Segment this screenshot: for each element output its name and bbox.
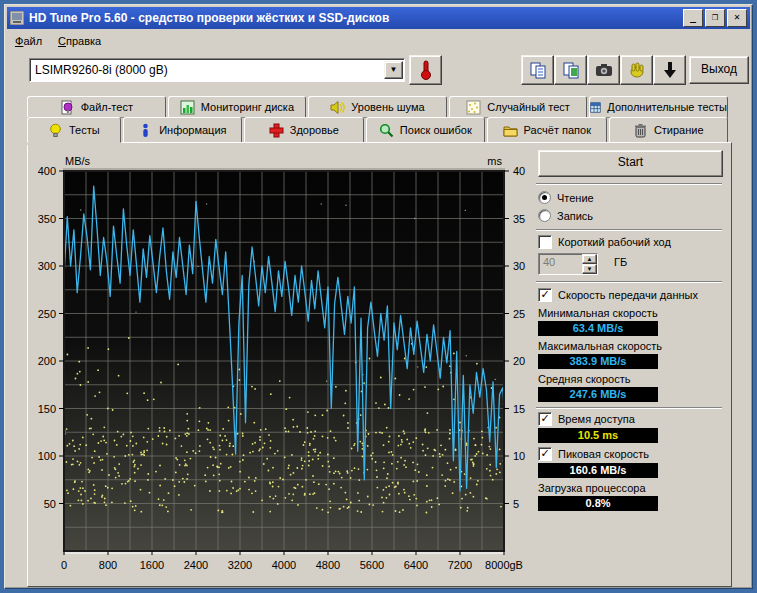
copy-image-button[interactable] [554, 55, 587, 85]
access-time-value: 10.5 ms [538, 428, 658, 443]
tab-random-test[interactable]: Случайный тест [449, 96, 588, 118]
tab-label: Уровень шума [351, 101, 424, 113]
tab-info[interactable]: Информация [123, 117, 242, 143]
controls-panel: Start Чтение Запись Короткий рабочий ход… [536, 143, 724, 586]
separator [536, 407, 722, 409]
svg-text:150: 150 [38, 403, 56, 415]
tab-label: Стирание [654, 124, 704, 136]
svg-text:5: 5 [513, 498, 519, 510]
burst-rate-checkbox[interactable]: ✓ Пиковая скорость [538, 447, 649, 461]
copy-results-button[interactable] [521, 55, 554, 85]
tab-file-test[interactable]: Файл-тест [27, 96, 166, 118]
spin-up-icon[interactable]: ▲ [582, 254, 597, 264]
svg-text:400: 400 [38, 165, 56, 177]
tab-label: Файл-тест [81, 101, 133, 113]
svg-text:40: 40 [513, 165, 525, 177]
svg-text:30: 30 [513, 260, 525, 272]
svg-text:100: 100 [38, 450, 56, 462]
tab-tests[interactable]: Тесты [27, 117, 121, 143]
min-speed-value: 63.4 MB/s [538, 321, 658, 336]
random-dots-icon [466, 100, 481, 115]
scroll-down-button[interactable] [653, 55, 686, 85]
bar-chart-icon [180, 100, 195, 115]
burst-rate-value: 160.6 MB/s [538, 463, 658, 478]
write-radio[interactable]: Запись [538, 209, 593, 222]
short-stroke-checkbox[interactable]: Короткий рабочий ход [538, 235, 671, 249]
svg-text:0: 0 [61, 559, 67, 571]
spin-down-icon[interactable]: ▼ [582, 264, 597, 274]
svg-text:250: 250 [38, 308, 56, 320]
menubar: Файл Справка [7, 31, 750, 51]
doc-bulb-icon [60, 100, 75, 115]
tab-folder-usage[interactable]: Расчёт папок [487, 117, 606, 143]
tab-extra-tests[interactable]: Дополнительные тесты [589, 96, 728, 118]
folder-icon [503, 123, 518, 138]
tab-erase[interactable]: Стирание [609, 117, 728, 143]
burst-rate-label: Пиковая скорость [558, 448, 649, 460]
tab-noise-level[interactable]: Уровень шума [308, 96, 447, 118]
cross-icon [269, 123, 284, 138]
separator [536, 281, 722, 283]
tab-row-primary: ТестыИнформацияЗдоровьеПоиск ошибокРасчё… [27, 117, 730, 143]
grid-icon [590, 100, 601, 115]
tests-tab-page: 5010015020025030035040051015202530354008… [27, 142, 732, 587]
read-radio-label: Чтение [557, 192, 594, 204]
min-speed-label: Минимальная скорость [538, 307, 658, 319]
access-time-checkbox[interactable]: ✓ Время доступа [538, 412, 635, 426]
svg-text:MB/s: MB/s [65, 155, 91, 167]
tab-label: Мониторинг диска [201, 101, 294, 113]
svg-text:2400: 2400 [184, 559, 208, 571]
transfer-speed-checkbox[interactable]: ✓ Скорость передачи данных [538, 288, 698, 302]
svg-text:6400: 6400 [404, 559, 428, 571]
access-time-label: Время доступа [558, 413, 635, 425]
magnifier-icon [379, 123, 394, 138]
exit-button[interactable]: Выход [689, 56, 749, 84]
svg-text:7200: 7200 [448, 559, 472, 571]
maximize-button[interactable]: ❒ [705, 9, 725, 27]
tab-label: Расчёт папок [524, 124, 591, 136]
svg-text:15: 15 [513, 403, 525, 415]
checkbox-checked-icon: ✓ [538, 412, 552, 426]
save-results-button[interactable] [620, 55, 653, 85]
read-radio[interactable]: Чтение [538, 191, 594, 204]
tab-health[interactable]: Здоровье [244, 117, 363, 143]
tab-row-secondary: Файл-тестМониторинг дискаУровень шумаСлу… [27, 96, 730, 118]
copy-image-icon [562, 61, 580, 79]
svg-text:10: 10 [513, 450, 525, 462]
svg-text:800: 800 [99, 559, 117, 571]
svg-text:1600: 1600 [140, 559, 164, 571]
checkbox-icon [538, 235, 552, 249]
info-icon [138, 123, 153, 138]
tab-disk-monitor[interactable]: Мониторинг диска [168, 96, 307, 118]
capacity-stepper[interactable]: 40 ▲ ▼ [538, 253, 598, 275]
svg-text:3200: 3200 [228, 559, 252, 571]
tab-error-scan[interactable]: Поиск ошибок [366, 117, 485, 143]
svg-text:5600: 5600 [360, 559, 384, 571]
capacity-unit-label: ГБ [614, 256, 627, 268]
drive-select[interactable]: LSIMR9260-8i (8000 gB) ▼ [29, 58, 405, 82]
minimize-button[interactable]: _ [683, 9, 703, 27]
svg-text:300: 300 [38, 260, 56, 272]
chevron-down-icon[interactable]: ▼ [384, 61, 403, 79]
avg-speed-value: 247.6 MB/s [538, 387, 658, 402]
menu-file[interactable]: Файл [7, 33, 50, 49]
drive-select-value: LSIMR9260-8i (8000 gB) [30, 63, 384, 77]
svg-text:20: 20 [513, 355, 525, 367]
svg-text:25: 25 [513, 308, 525, 320]
titlebar: HD Tune Pro 5.60 - средство проверки жёс… [7, 7, 750, 29]
menu-help[interactable]: Справка [50, 33, 109, 49]
checkbox-checked-icon: ✓ [538, 288, 552, 302]
start-button[interactable]: Start [538, 150, 723, 177]
tab-label: Тесты [69, 124, 100, 136]
short-stroke-label: Короткий рабочий ход [558, 236, 671, 248]
copy-results-icon [529, 61, 547, 79]
screenshot-icon [595, 63, 613, 77]
temperature-button[interactable] [409, 55, 442, 85]
bulb-icon [48, 123, 63, 138]
cpu-usage-value: 0.8% [538, 496, 658, 511]
capacity-value: 40 [539, 254, 582, 274]
window-title: HD Tune Pro 5.60 - средство проверки жёс… [29, 11, 681, 25]
close-button[interactable]: ✕ [727, 9, 747, 27]
arrow-down-icon [663, 61, 677, 79]
screenshot-button[interactable] [587, 55, 620, 85]
